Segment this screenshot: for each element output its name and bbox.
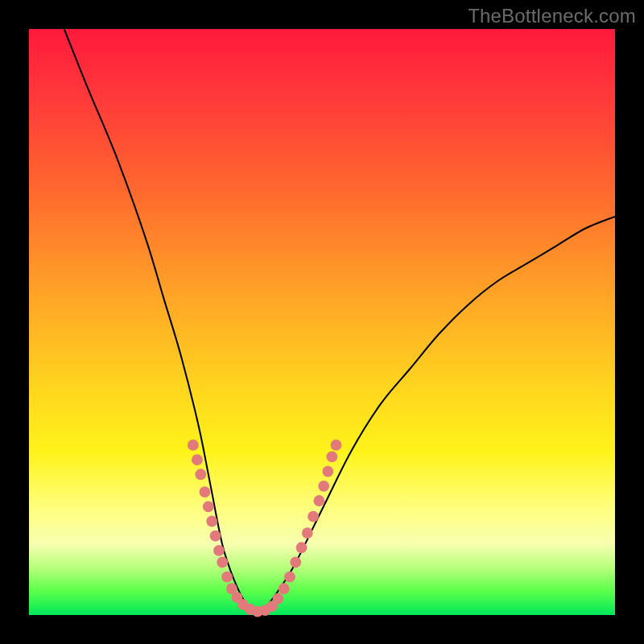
highlight-dot (302, 527, 313, 539)
highlight-dot (326, 452, 337, 463)
plot-area (29, 29, 615, 615)
highlight-dots-group (188, 440, 341, 617)
highlight-dot (318, 481, 329, 492)
highlight-dot (217, 557, 228, 568)
bottleneck-curve (64, 29, 615, 615)
highlight-dot (188, 440, 199, 451)
highlight-dot (284, 572, 295, 583)
highlight-dot (313, 495, 324, 506)
highlight-dot (210, 530, 221, 542)
highlight-dot (192, 454, 203, 465)
highlight-dot (213, 545, 225, 556)
chart-svg (29, 29, 615, 615)
highlight-dot (308, 511, 319, 522)
watermark-text: TheBottleneck.com (468, 5, 636, 27)
highlight-dot (290, 557, 301, 568)
highlight-dot (221, 572, 233, 583)
highlight-dot (195, 469, 206, 480)
highlight-dot (203, 501, 214, 512)
chart-frame: TheBottleneck.com (0, 0, 644, 644)
highlight-dot (322, 466, 333, 477)
highlight-dot (331, 440, 342, 451)
highlight-dot (279, 583, 290, 594)
highlight-dot (199, 486, 210, 497)
highlight-dot (296, 542, 308, 553)
highlight-dot (272, 593, 283, 605)
highlight-dot (206, 516, 217, 527)
